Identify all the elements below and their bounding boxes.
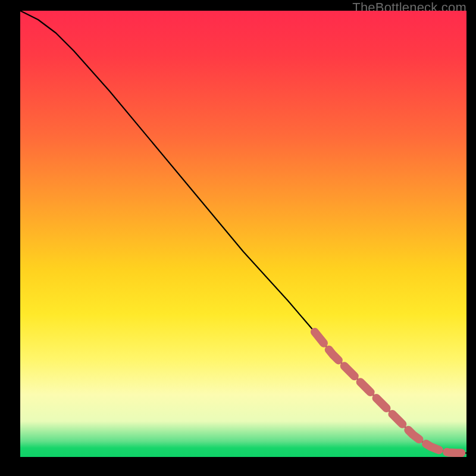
main-curve (20, 11, 466, 453)
plot-area (20, 11, 466, 457)
highlight-curve (315, 332, 466, 453)
chart-frame: TheBottleneck.com (0, 0, 476, 476)
curve-layer (20, 11, 466, 457)
